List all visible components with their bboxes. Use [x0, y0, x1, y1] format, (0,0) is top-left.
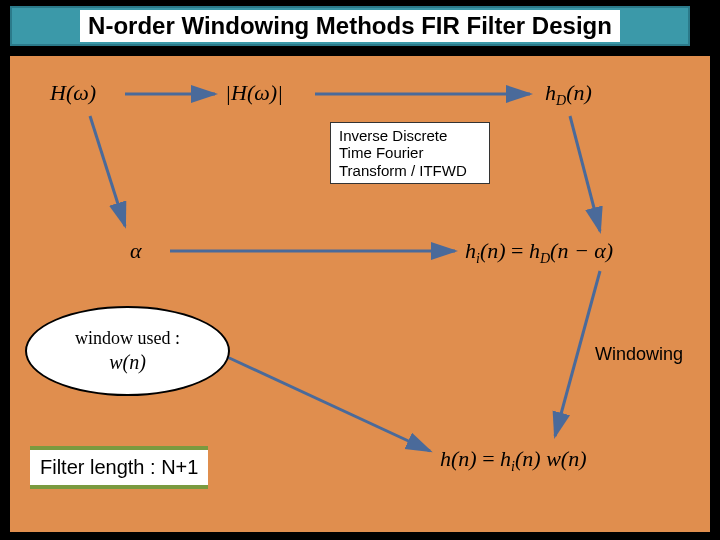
formula-H: H(ω)	[50, 80, 96, 105]
formula-alpha: α	[130, 238, 142, 263]
ellipse-line2: w(n)	[109, 351, 146, 374]
svg-line-6	[225, 356, 430, 451]
label-itfwd: Inverse DiscreteTime FourierTransform / …	[330, 122, 490, 184]
label-itfwd-text: Inverse DiscreteTime FourierTransform / …	[339, 127, 467, 179]
svg-line-2	[90, 116, 125, 226]
node-h-eq: h(n) = hi(n) w(n)	[440, 446, 586, 475]
ellipse-line1: window used :	[75, 328, 180, 349]
svg-line-3	[570, 116, 600, 231]
node-alpha: α	[130, 238, 142, 264]
node-hD: hD(n)	[545, 80, 592, 109]
svg-line-5	[555, 271, 600, 436]
ellipse-window: window used : w(n)	[25, 306, 230, 396]
node-H: H(ω)	[50, 80, 96, 106]
label-filter-length: Filter length : N+1	[30, 446, 208, 489]
formula-absH: |H(ω)|	[225, 80, 283, 105]
page-title: N-order Windowing Methods FIR Filter Des…	[80, 10, 620, 42]
diagram-panel: H(ω) |H(ω)| hD(n) Inverse DiscreteTime F…	[10, 56, 710, 532]
node-absH: |H(ω)|	[225, 80, 283, 106]
label-windowing: Windowing	[595, 344, 683, 365]
title-bar: N-order Windowing Methods FIR Filter Des…	[10, 6, 690, 46]
node-hi-eq: hi(n) = hD(n − α)	[465, 238, 613, 267]
